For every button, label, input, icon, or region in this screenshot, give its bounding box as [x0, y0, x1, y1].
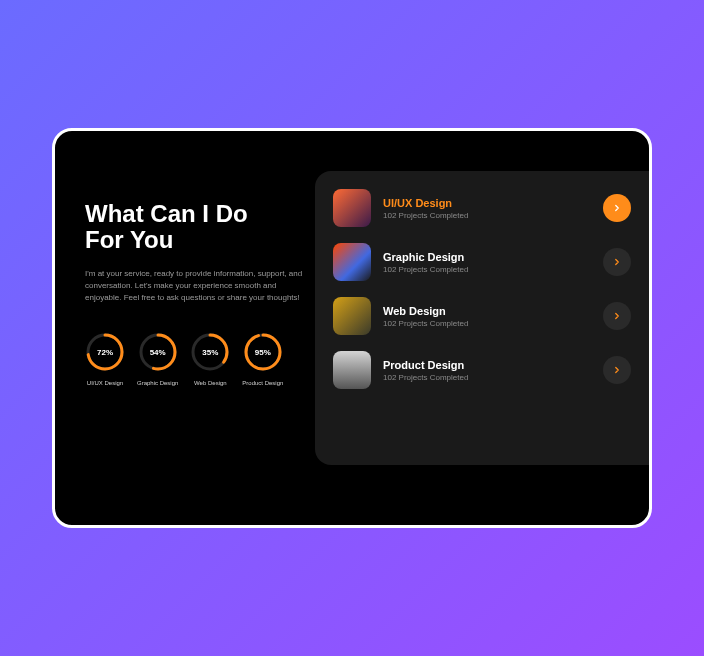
- ring-item-graphic: 54% Graphic Design: [137, 332, 178, 386]
- ring-percent: 95%: [255, 347, 271, 356]
- left-panel: What Can I Do For You I'm at your servic…: [55, 131, 315, 525]
- ring-name: Web Design: [194, 380, 227, 386]
- ring-name: UI/UX Design: [87, 380, 123, 386]
- chevron-right-icon: [612, 203, 622, 213]
- service-thumbnail: [333, 351, 371, 389]
- ring-item-uiux: 72% UI/UX Design: [85, 332, 125, 386]
- service-thumbnail: [333, 189, 371, 227]
- service-item-web[interactable]: Web Design 102 Projects Completed: [333, 297, 631, 335]
- chevron-right-icon: [612, 365, 622, 375]
- service-subtitle: 102 Projects Completed: [383, 265, 591, 274]
- service-subtitle: 102 Projects Completed: [383, 373, 591, 382]
- service-arrow-button[interactable]: [603, 356, 631, 384]
- service-thumbnail: [333, 297, 371, 335]
- service-item-graphic[interactable]: Graphic Design 102 Projects Completed: [333, 243, 631, 281]
- service-text: UI/UX Design 102 Projects Completed: [383, 197, 591, 220]
- services-list: UI/UX Design 102 Projects Completed Grap…: [315, 171, 649, 465]
- ring-name: Graphic Design: [137, 380, 178, 386]
- chevron-right-icon: [612, 257, 622, 267]
- ring-percent: 54%: [150, 347, 166, 356]
- ring-item-web: 35% Web Design: [190, 332, 230, 386]
- service-item-product[interactable]: Product Design 102 Projects Completed: [333, 351, 631, 389]
- service-text: Graphic Design 102 Projects Completed: [383, 251, 591, 274]
- service-thumbnail: [333, 243, 371, 281]
- progress-ring: 72%: [85, 332, 125, 372]
- service-title: Product Design: [383, 359, 591, 371]
- chevron-right-icon: [612, 311, 622, 321]
- service-arrow-button[interactable]: [603, 194, 631, 222]
- service-subtitle: 102 Projects Completed: [383, 211, 591, 220]
- progress-ring: 54%: [138, 332, 178, 372]
- service-title: UI/UX Design: [383, 197, 591, 209]
- service-title: Graphic Design: [383, 251, 591, 263]
- progress-ring: 95%: [243, 332, 283, 372]
- ring-item-product: 95% Product Design: [242, 332, 283, 386]
- service-text: Web Design 102 Projects Completed: [383, 305, 591, 328]
- ring-percent: 72%: [97, 347, 113, 356]
- service-item-uiux[interactable]: UI/UX Design 102 Projects Completed: [333, 189, 631, 227]
- service-arrow-button[interactable]: [603, 248, 631, 276]
- progress-rings: 72% UI/UX Design 54% Graphic Design 35% …: [85, 332, 305, 386]
- progress-ring: 35%: [190, 332, 230, 372]
- service-subtitle: 102 Projects Completed: [383, 319, 591, 328]
- ring-name: Product Design: [242, 380, 283, 386]
- services-card: What Can I Do For You I'm at your servic…: [52, 128, 652, 528]
- page-title: What Can I Do For You: [85, 201, 305, 254]
- service-arrow-button[interactable]: [603, 302, 631, 330]
- title-line-2: For You: [85, 227, 305, 253]
- page-description: I'm at your service, ready to provide in…: [85, 268, 305, 304]
- ring-percent: 35%: [202, 347, 218, 356]
- service-text: Product Design 102 Projects Completed: [383, 359, 591, 382]
- service-title: Web Design: [383, 305, 591, 317]
- title-line-1: What Can I Do: [85, 201, 305, 227]
